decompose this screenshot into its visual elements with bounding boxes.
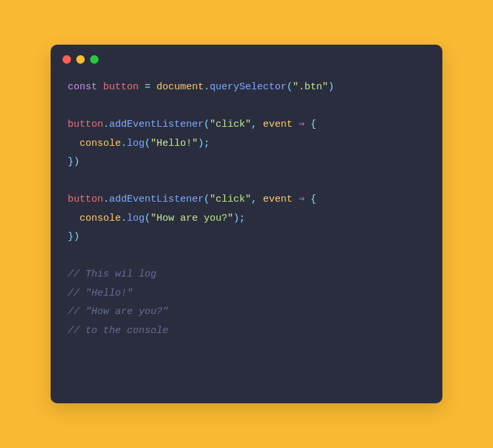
brace-open: { <box>310 119 316 130</box>
operator-dot: . <box>121 138 127 149</box>
paren-open: ( <box>145 138 151 149</box>
paren-close: ) <box>328 81 334 93</box>
comma: , <box>251 119 263 130</box>
fn-log: log <box>127 213 145 224</box>
indent <box>68 138 80 149</box>
code-line: const button = document.querySelector(".… <box>68 81 334 93</box>
fn-addeventlistener: addEventListener <box>109 119 204 130</box>
paren-open: ( <box>287 81 293 93</box>
window-titlebar <box>51 45 442 69</box>
comment-line: // "Hello!" <box>68 288 133 299</box>
comma: , <box>251 194 263 205</box>
identifier-console: console <box>80 138 121 149</box>
arrow-operator: ⇒ <box>293 119 310 130</box>
fn-addeventlistener: addEventListener <box>109 194 204 205</box>
maximize-icon[interactable] <box>90 55 99 64</box>
paren-open: ( <box>204 194 210 205</box>
code-block: const button = document.querySelector(".… <box>51 69 442 349</box>
comment-line: // to the console <box>68 325 168 336</box>
identifier-console: console <box>80 213 121 224</box>
brace-close: }) <box>68 231 80 242</box>
code-line: }) <box>68 156 80 168</box>
brace-open: { <box>310 194 316 205</box>
identifier-event: event <box>263 119 293 130</box>
code-line: button.addEventListener("click", event ⇒… <box>68 119 316 130</box>
paren-open: ( <box>204 119 210 130</box>
code-line: console.log("How are you?"); <box>68 213 245 224</box>
paren-close-semi: ); <box>233 213 245 224</box>
string-click: "click" <box>210 194 251 205</box>
identifier-button: button <box>68 119 103 130</box>
paren-close-semi: ); <box>198 138 210 149</box>
operator-dot: . <box>121 213 127 224</box>
arrow-operator: ⇒ <box>293 194 310 205</box>
code-window: const button = document.querySelector(".… <box>51 45 442 403</box>
operator-dot: . <box>204 81 210 93</box>
brace-close: }) <box>68 156 80 168</box>
string-click: "click" <box>210 119 251 130</box>
operator-equals: = <box>139 81 156 93</box>
operator-dot: . <box>103 194 109 205</box>
string-btn: ".btn" <box>293 81 328 93</box>
fn-log: log <box>127 138 145 149</box>
fn-queryselector: querySelector <box>210 81 287 93</box>
code-line: }) <box>68 231 80 242</box>
close-icon[interactable] <box>62 55 71 64</box>
comment-line: // "How are you?" <box>68 306 168 317</box>
string-howareyou: "How are you?" <box>151 213 233 224</box>
identifier-event: event <box>263 194 293 205</box>
indent <box>68 213 80 224</box>
paren-open: ( <box>145 213 151 224</box>
minimize-icon[interactable] <box>76 55 85 64</box>
identifier-button: button <box>68 194 103 205</box>
operator-dot: . <box>103 119 109 130</box>
identifier-button: button <box>103 81 139 93</box>
string-hello: "Hello!" <box>151 138 198 149</box>
identifier-document: document <box>156 81 204 93</box>
code-line: console.log("Hello!"); <box>68 138 210 149</box>
code-line: button.addEventListener("click", event ⇒… <box>68 194 316 205</box>
comment-line: // This wil log <box>68 269 156 280</box>
keyword-const: const <box>68 81 97 93</box>
